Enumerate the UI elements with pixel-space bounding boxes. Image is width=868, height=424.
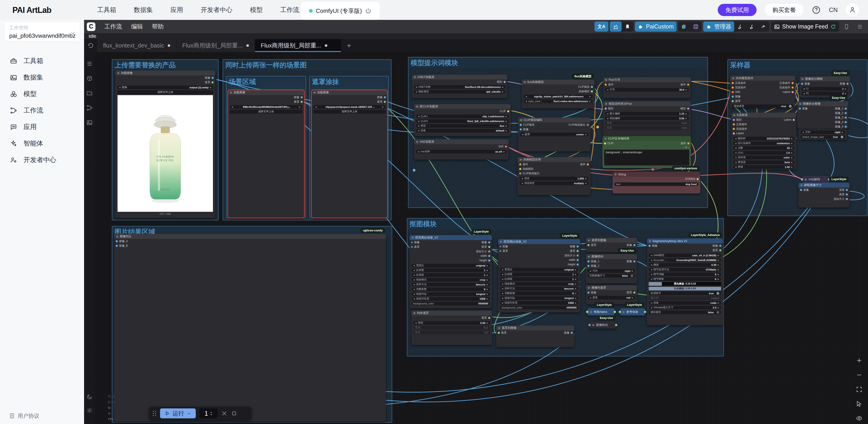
- prev-arrow[interactable]: ◀: [315, 106, 317, 108]
- next-arrow[interactable]: ▶: [791, 166, 793, 168]
- solid-mask[interactable]: 纯块遮罩遮罩◀明度0.00▶宽度512高度512: [411, 310, 492, 345]
- stop-icon[interactable]: [231, 410, 237, 417]
- output-slot-遮罩[interactable]: [577, 250, 579, 252]
- next-arrow[interactable]: ▶: [718, 306, 719, 309]
- comfyui-logo[interactable]: C: [87, 22, 95, 31]
- input-slot-图像_1[interactable]: [587, 261, 590, 263]
- prev-arrow[interactable]: ◀: [415, 91, 417, 93]
- output-slot-图像_4[interactable]: [845, 121, 847, 123]
- output-slot-遮罩[interactable]: [719, 249, 721, 251]
- vae-decode[interactable]: VAE解码: [802, 176, 829, 183]
- run-button[interactable]: 运行: [160, 408, 196, 418]
- node-header[interactable]: VAE加载器: [414, 139, 508, 144]
- output-slot-负面条件[interactable]: [792, 87, 794, 89]
- device-view-button[interactable]: [841, 22, 852, 32]
- node-header[interactable]: 纯块遮罩: [411, 310, 492, 315]
- next-arrow[interactable]: ▶: [589, 95, 591, 98]
- next-arrow[interactable]: ▶: [585, 177, 587, 180]
- input-slot-CLIP视觉[interactable]: [520, 124, 522, 126]
- widget-降噪[interactable]: ◀降噪1.00▶: [733, 165, 795, 169]
- next-arrow[interactable]: ▶: [791, 142, 793, 144]
- widget-value[interactable]: ◀998c3fe281cda39598b03eda34074f0.j...▶: [230, 105, 303, 109]
- next-arrow[interactable]: ▶: [718, 273, 719, 275]
- prev-arrow[interactable]: ◀: [590, 297, 591, 299]
- node-header[interactable]: 加载图像: [311, 90, 388, 95]
- prev-arrow[interactable]: ◀: [735, 156, 737, 159]
- prev-arrow[interactable]: ◀: [231, 106, 233, 108]
- widget-value[interactable]: ◀clipspace/clipspace-mask-183507.100 ...…: [313, 105, 385, 109]
- nav-item-1[interactable]: 数据集: [134, 6, 153, 14]
- node-header[interactable]: 双CLIP加载器: [414, 104, 511, 109]
- widget-UNET名称[interactable]: ◀UNET名称flux/flux1-fill-dev.safetensors▶: [414, 85, 505, 89]
- queue-panel-icon[interactable]: [86, 61, 93, 67]
- user-agreement-link[interactable]: 用户协议: [9, 412, 39, 420]
- next-arrow[interactable]: ▶: [502, 86, 504, 88]
- output-slot-图像[interactable]: [488, 241, 490, 243]
- output-slot-遮罩[interactable]: [488, 317, 490, 319]
- node-header[interactable]: 图像拆分网格: [800, 77, 850, 81]
- prev-arrow[interactable]: ◀: [802, 131, 804, 133]
- widget-比例高[interactable]: ◀比例高1▶: [411, 273, 490, 277]
- toggle-knob[interactable]: [841, 135, 843, 138]
- buy-plan-button[interactable]: 购买套餐: [765, 4, 804, 16]
- next-arrow[interactable]: ▶: [506, 125, 507, 127]
- next-arrow[interactable]: ▶: [487, 269, 488, 271]
- output-slot-图像[interactable]: [719, 245, 721, 247]
- toolbar-menu-button[interactable]: [854, 22, 866, 32]
- collapse-dot[interactable]: [733, 114, 735, 116]
- output-slot-条件[interactable]: [687, 84, 689, 86]
- image-concat-b[interactable]: Easy-Use图像联结: [590, 322, 616, 329]
- widget-基础偏移[interactable]: ◀基础偏移0.50▶: [605, 117, 689, 120]
- upload-button[interactable]: 选择文件上传: [230, 110, 303, 114]
- prev-arrow[interactable]: ◀: [651, 273, 652, 275]
- prev-arrow[interactable]: ◀: [735, 166, 737, 168]
- history-button[interactable]: [84, 39, 97, 52]
- output-slot-图像_1[interactable]: [845, 108, 847, 110]
- output-slot-遮罩[interactable]: [384, 101, 386, 103]
- save-button[interactable]: [690, 22, 702, 32]
- output-slot-图像[interactable]: [633, 261, 636, 263]
- layers-button[interactable]: [678, 22, 690, 32]
- zoom-out-icon[interactable]: [856, 371, 863, 378]
- next-arrow[interactable]: ▶: [791, 152, 793, 154]
- flux-style-model[interactable]: flux风格模型flux风格模型CLIP视觉风格模型◀sigclip_visio…: [522, 80, 594, 109]
- prev-arrow[interactable]: ◀: [521, 177, 523, 180]
- output-slot-正面条件[interactable]: [792, 82, 794, 84]
- image-feed-button[interactable]: Show Image Feed: [771, 22, 839, 32]
- output-slot-遮罩[interactable]: [212, 81, 214, 83]
- help-icon[interactable]: [812, 5, 821, 14]
- input-slot-遮罩[interactable]: [411, 246, 413, 248]
- next-arrow[interactable]: ▶: [845, 92, 846, 95]
- prev-arrow[interactable]: ◀: [502, 283, 503, 285]
- next-arrow[interactable]: ▶: [487, 265, 488, 267]
- node-header[interactable]: 风格模型应用: [518, 157, 590, 162]
- widget-缩放到边[interactable]: ◀缩放到边longest▶: [500, 296, 579, 300]
- workflow-tab-1[interactable]: Flux商用级别_局部重...: [176, 39, 255, 52]
- collapse-dot[interactable]: [416, 105, 418, 108]
- next-arrow[interactable]: ▶: [585, 182, 587, 184]
- next-arrow[interactable]: ▶: [686, 117, 687, 120]
- collapse-dot[interactable]: [592, 324, 594, 326]
- node-header[interactable]: Flux引导: [603, 77, 691, 82]
- widget-细节膨胀[interactable]: ◀细节膨胀6▶: [649, 277, 721, 281]
- node-header[interactable]: 图像对比: [114, 234, 386, 239]
- ksampler[interactable]: K采样器模型Latent正面条件负面条件Latent◀随机种1032121076…: [731, 113, 796, 170]
- input-slot-CLIP视觉输出[interactable]: [519, 173, 521, 175]
- collapse-dot[interactable]: [498, 327, 500, 329]
- widget-设备[interactable]: ◀设备default▶: [416, 129, 509, 132]
- input-slot-图像[interactable]: [801, 83, 803, 85]
- settings-gear-icon[interactable]: [86, 407, 93, 414]
- widget-采样方法[interactable]: ◀采样方法lanczos▶: [411, 283, 490, 286]
- node-header[interactable]: K采样器: [731, 113, 796, 118]
- node-header[interactable]: flux风格模型: [522, 80, 594, 85]
- widget-裁剪[interactable]: ◀裁剪center▶: [520, 133, 589, 136]
- bookmark-button[interactable]: [622, 22, 633, 32]
- collapse-dot[interactable]: [416, 141, 418, 143]
- prev-arrow[interactable]: ◀: [502, 302, 503, 304]
- prev-arrow[interactable]: ◀: [119, 86, 121, 89]
- next-arrow[interactable]: ▶: [718, 264, 719, 266]
- widget-方向[interactable]: ◀方向right▶: [588, 269, 635, 273]
- sidebar-item-3[interactable]: 工作流: [0, 103, 84, 118]
- input-slot-图像[interactable]: [649, 245, 651, 247]
- toggle-knob[interactable]: [717, 311, 719, 314]
